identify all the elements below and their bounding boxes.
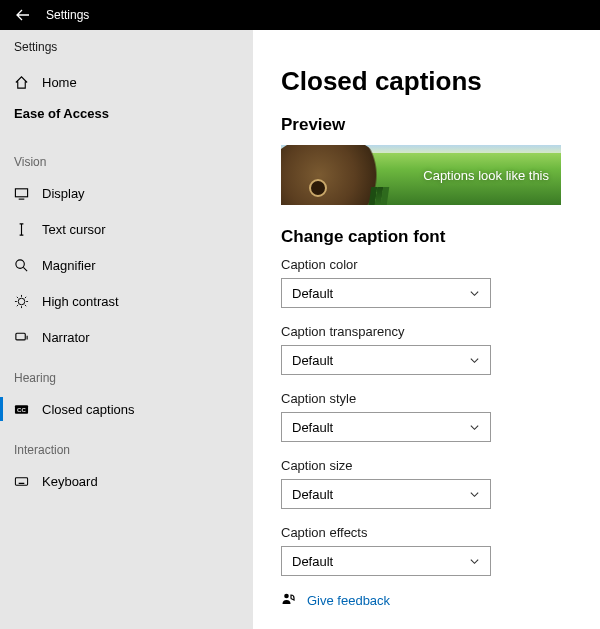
caption-effects-label: Caption effects bbox=[281, 525, 576, 540]
chevron-down-icon bbox=[469, 489, 480, 500]
caption-transparency-dropdown[interactable]: Default bbox=[281, 345, 491, 375]
display-icon bbox=[14, 186, 36, 201]
svg-rect-0 bbox=[15, 188, 27, 196]
give-feedback-link[interactable]: Give feedback bbox=[307, 593, 390, 608]
back-button[interactable] bbox=[6, 0, 40, 30]
sidebar-item-label: Display bbox=[36, 186, 85, 201]
caption-preview: Captions look like this bbox=[281, 145, 561, 205]
chevron-down-icon bbox=[469, 355, 480, 366]
caption-style-label: Caption style bbox=[281, 391, 576, 406]
svg-point-2 bbox=[18, 298, 25, 305]
title-bar: Settings bbox=[0, 0, 600, 30]
svg-rect-3 bbox=[16, 333, 25, 340]
sidebar-item-label: High contrast bbox=[36, 294, 119, 309]
caption-transparency-label: Caption transparency bbox=[281, 324, 576, 339]
chevron-down-icon bbox=[469, 422, 480, 433]
svg-point-7 bbox=[284, 594, 289, 599]
home-icon bbox=[14, 75, 36, 90]
sidebar-item-label: Magnifier bbox=[36, 258, 95, 273]
dropdown-value: Default bbox=[292, 353, 333, 368]
caption-size-dropdown[interactable]: Default bbox=[281, 479, 491, 509]
high-contrast-icon bbox=[14, 294, 36, 309]
sidebar-item-magnifier[interactable]: Magnifier bbox=[0, 247, 253, 283]
sidebar-item-label: Closed captions bbox=[36, 402, 135, 417]
dropdown-value: Default bbox=[292, 487, 333, 502]
sidebar-item-label: Text cursor bbox=[36, 222, 106, 237]
sidebar: Settings Home Ease of Access Vision Disp… bbox=[0, 30, 253, 629]
preview-caption-text: Captions look like this bbox=[423, 168, 549, 183]
chevron-down-icon bbox=[469, 288, 480, 299]
sidebar-item-label: Narrator bbox=[36, 330, 90, 345]
feedback-icon bbox=[281, 592, 297, 608]
page-title: Closed captions bbox=[281, 66, 576, 97]
sidebar-item-label: Home bbox=[36, 75, 77, 90]
sidebar-group-hearing: Hearing bbox=[0, 355, 253, 391]
sidebar-item-display[interactable]: Display bbox=[0, 175, 253, 211]
sidebar-item-home[interactable]: Home bbox=[0, 64, 253, 100]
caption-style-dropdown[interactable]: Default bbox=[281, 412, 491, 442]
dropdown-value: Default bbox=[292, 420, 333, 435]
window-title: Settings bbox=[46, 8, 89, 22]
narrator-icon bbox=[14, 330, 36, 345]
closed-captions-icon: CC bbox=[14, 402, 36, 417]
svg-text:CC: CC bbox=[17, 405, 26, 412]
dropdown-value: Default bbox=[292, 286, 333, 301]
preview-heading: Preview bbox=[281, 115, 576, 135]
sidebar-item-text-cursor[interactable]: Text cursor bbox=[0, 211, 253, 247]
sidebar-group-interaction: Interaction bbox=[0, 427, 253, 463]
caption-color-dropdown[interactable]: Default bbox=[281, 278, 491, 308]
sidebar-item-label: Keyboard bbox=[36, 474, 98, 489]
caption-color-label: Caption color bbox=[281, 257, 576, 272]
main-content: Closed captions Preview Captions look li… bbox=[253, 30, 600, 629]
sidebar-item-closed-captions[interactable]: CC Closed captions bbox=[0, 391, 253, 427]
text-cursor-icon bbox=[14, 222, 36, 237]
caption-size-label: Caption size bbox=[281, 458, 576, 473]
app-label: Settings bbox=[0, 38, 253, 64]
change-font-heading: Change caption font bbox=[281, 227, 576, 247]
sidebar-item-high-contrast[interactable]: High contrast bbox=[0, 283, 253, 319]
feedback-row: Give feedback bbox=[281, 592, 576, 608]
sidebar-current-category: Ease of Access bbox=[0, 100, 253, 139]
magnifier-icon bbox=[14, 258, 36, 273]
svg-rect-6 bbox=[15, 477, 27, 485]
dropdown-value: Default bbox=[292, 554, 333, 569]
sidebar-item-narrator[interactable]: Narrator bbox=[0, 319, 253, 355]
svg-point-1 bbox=[16, 259, 24, 267]
caption-effects-dropdown[interactable]: Default bbox=[281, 546, 491, 576]
sidebar-group-vision: Vision bbox=[0, 139, 253, 175]
sidebar-item-keyboard[interactable]: Keyboard bbox=[0, 463, 253, 499]
back-arrow-icon bbox=[15, 7, 31, 23]
chevron-down-icon bbox=[469, 556, 480, 567]
keyboard-icon bbox=[14, 474, 36, 489]
